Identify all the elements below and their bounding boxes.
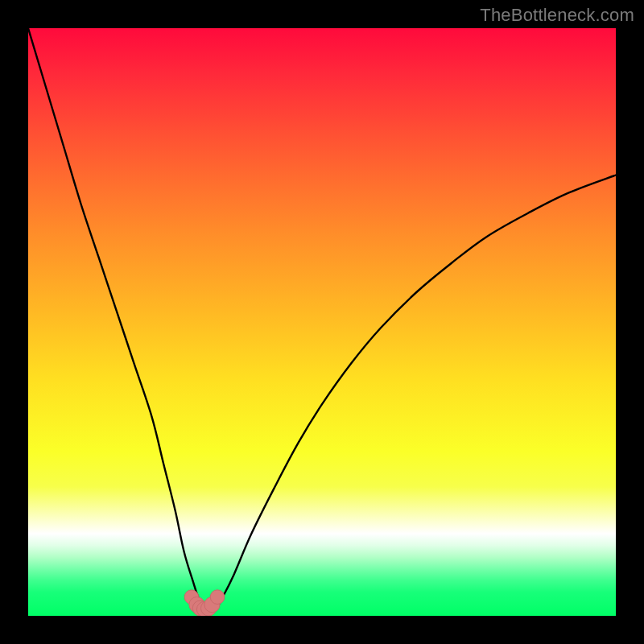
marker-dot [210, 590, 225, 605]
chart-frame: TheBottleneck.com [0, 0, 644, 644]
plot-area [28, 28, 616, 616]
watermark-text: TheBottleneck.com [480, 5, 634, 26]
bottom-marker-dots [184, 590, 225, 616]
bottleneck-curve [28, 28, 616, 609]
bottleneck-curve-svg [28, 28, 616, 616]
